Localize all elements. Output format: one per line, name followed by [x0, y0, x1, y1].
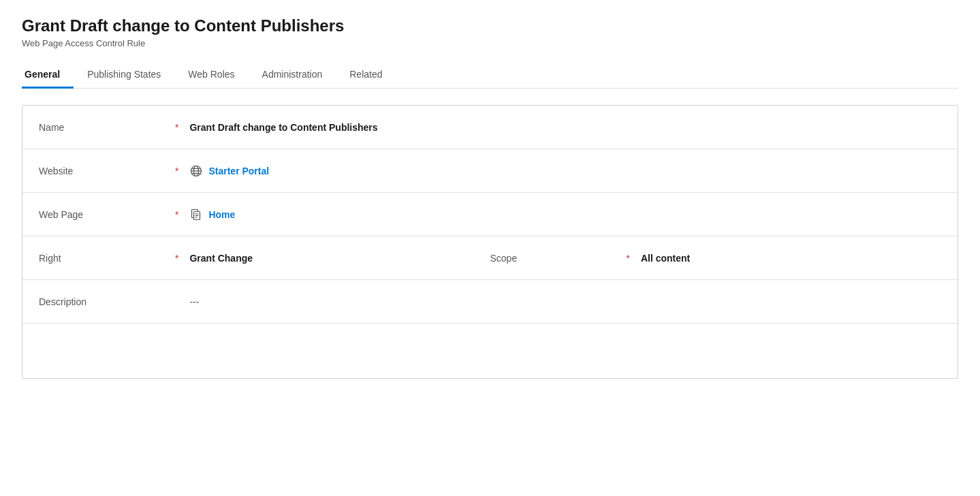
- field-right-scope: Right * Grant Change Scope * All content: [22, 236, 958, 280]
- tab-related[interactable]: Related: [336, 62, 396, 89]
- field-name: Name * Grant Draft change to Content Pub…: [22, 106, 958, 149]
- form-card: Name * Grant Draft change to Content Pub…: [22, 105, 958, 379]
- field-webpage: Web Page * Home: [22, 193, 958, 236]
- field-scope-value: All content: [641, 253, 690, 264]
- field-description-spacer: *: [175, 296, 178, 307]
- field-description-value: ---: [189, 296, 199, 307]
- tab-administration[interactable]: Administration: [249, 62, 336, 89]
- tab-publishing-states[interactable]: Publishing States: [74, 62, 174, 89]
- tab-web-roles[interactable]: Web Roles: [174, 62, 248, 89]
- field-webpage-value: Home: [208, 209, 235, 220]
- field-right-value: Grant Change: [189, 253, 253, 264]
- tab-bar: General Publishing States Web Roles Admi…: [22, 62, 958, 89]
- field-scope-label: Scope: [490, 253, 627, 264]
- form-bottom-spacer: [22, 324, 958, 378]
- field-website-link[interactable]: Starter Portal: [189, 164, 269, 178]
- field-webpage-label: Web Page: [39, 209, 175, 220]
- field-website-label: Website: [39, 166, 175, 176]
- field-name-label: Name: [39, 122, 175, 133]
- page-subtitle: Web Page Access Control Rule: [22, 38, 958, 48]
- page-icon: [189, 208, 203, 221]
- field-name-value: Grant Draft change to Content Publishers: [189, 122, 377, 133]
- field-description: Description * ---: [22, 280, 958, 324]
- field-webpage-required: *: [175, 209, 178, 220]
- field-webpage-link[interactable]: Home: [189, 208, 235, 221]
- field-description-label: Description: [39, 296, 175, 307]
- field-website-value: Starter Portal: [208, 166, 269, 176]
- field-right-section: Right * Grant Change: [39, 253, 490, 264]
- tab-general[interactable]: General: [22, 62, 74, 89]
- field-right-label: Right: [39, 253, 175, 264]
- field-name-required: *: [175, 122, 178, 133]
- field-scope-section: Scope * All content: [490, 253, 942, 264]
- page-title: Grant Draft change to Content Publishers: [22, 16, 958, 35]
- field-website-required: *: [175, 166, 178, 176]
- globe-icon: [189, 164, 203, 178]
- field-right-required: *: [175, 253, 178, 264]
- field-scope-required: *: [627, 253, 630, 264]
- field-website: Website * Starter Portal: [22, 149, 958, 193]
